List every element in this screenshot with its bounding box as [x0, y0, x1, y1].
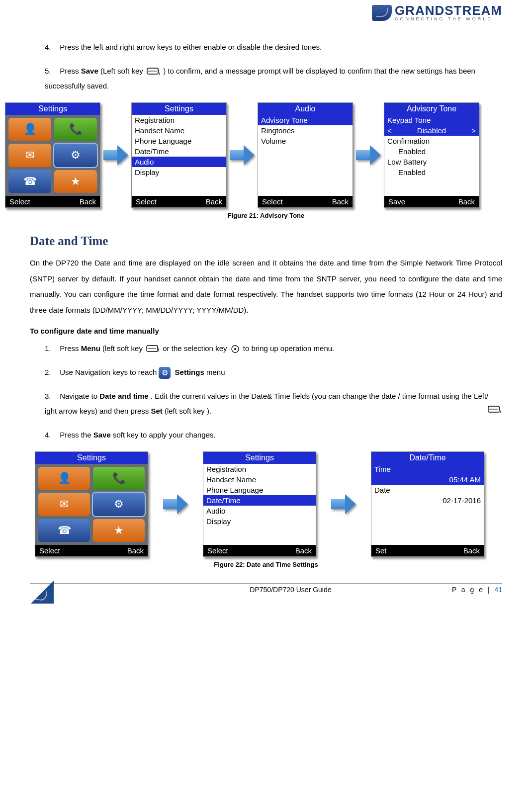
- screen-settings-grid: Settings 👤 📞 ✉ ⚙ ☎ ★ Select Back: [35, 451, 148, 557]
- step-number: 5.: [45, 64, 58, 79]
- softkey-left: Select: [39, 546, 60, 555]
- value-text: Enabled: [384, 146, 479, 157]
- section-heading: Date and Time: [30, 234, 502, 248]
- step-text: or the selection key: [163, 344, 229, 352]
- logo-main: GRANDSTREAM: [395, 4, 502, 17]
- contacts-icon: 👤: [8, 118, 51, 141]
- flow-arrow-icon: [103, 145, 128, 165]
- softkey-right: Back: [295, 546, 312, 555]
- svg-point-7: [234, 348, 236, 350]
- value-text: 02-17-2016: [371, 495, 484, 506]
- figure-caption: Figure 22: Date and Time Settings: [30, 561, 502, 568]
- screen-title: Advisory Tone: [384, 103, 479, 115]
- page-label: P a g e |: [452, 586, 495, 594]
- list-item: Handset Name: [203, 474, 316, 485]
- figure-caption: Figure 21: Advisory Tone: [30, 212, 502, 219]
- favorites-icon: ★: [93, 519, 145, 542]
- chevron-left-icon: <: [387, 126, 392, 135]
- settings-icon-grid: 👤 📞 ✉ ⚙ ☎ ★: [35, 464, 148, 545]
- figure-21-row: Settings 👤 📞 ✉ ⚙ ☎ ★ Select Back Setting…: [5, 102, 502, 208]
- dt-step-2: 2. Use Navigation keys to reach ⚙ Settin…: [45, 365, 502, 380]
- step-4: 4. Press the left and right arrow keys t…: [45, 40, 502, 55]
- value-row-selected: < Disabled >: [384, 125, 479, 136]
- screen-title: Settings: [203, 452, 316, 464]
- step-text: to bring up operation menu.: [243, 344, 334, 352]
- step-5: 5. Press Save (Left soft key ) to confir…: [45, 64, 502, 93]
- softkey-left: Select: [136, 197, 157, 206]
- body-paragraph: On the DP720 the Date and time are displ…: [30, 255, 502, 318]
- screen-settings-grid: Settings 👤 📞 ✉ ⚙ ☎ ★ Select Back: [5, 102, 100, 208]
- step-text: soft key to apply your changes.: [113, 431, 216, 439]
- list-item: Audio: [203, 506, 316, 516]
- settings-icon-grid: 👤 📞 ✉ ⚙ ☎ ★: [5, 115, 100, 196]
- list-item-selected: Date/Time: [203, 495, 316, 506]
- chevron-right-icon: >: [471, 126, 476, 135]
- sub-heading: To configure date and time manually: [30, 327, 502, 335]
- softkey-icon: [488, 406, 501, 414]
- step-text: (left soft key ).: [165, 407, 211, 415]
- corner-logo-icon: [30, 581, 54, 604]
- screen-title: Date/Time: [371, 452, 484, 464]
- softkey-left: Select: [262, 197, 283, 206]
- step-number: 4.: [45, 428, 58, 442]
- call-history-icon: 📞: [54, 118, 97, 141]
- screen-audio: Audio Advisory Tone Ringtones Volume Sel…: [258, 102, 353, 208]
- list-item: Registration: [203, 464, 316, 474]
- softkey-right: Back: [127, 546, 144, 555]
- step-text: Press the: [60, 431, 93, 439]
- softkey-right: Back: [463, 546, 480, 555]
- flow-arrow-icon: [230, 145, 255, 165]
- call-features-icon: ☎: [8, 170, 51, 193]
- page-number: P a g e | 41: [452, 586, 502, 594]
- list-item: Display: [132, 167, 226, 177]
- step-text: Press: [60, 344, 81, 352]
- step-text: Navigate to: [60, 392, 99, 400]
- voicemail-icon: ✉: [8, 144, 51, 167]
- step-bold: Save: [81, 67, 98, 75]
- list-item: Handset Name: [132, 125, 226, 136]
- list-item: Low Battery: [384, 157, 479, 167]
- list-item-selected: Audio: [132, 157, 226, 167]
- screen-date-time: Date/Time Time 05:44 AM Date 02-17-2016 …: [371, 451, 484, 557]
- list-item: Phone Language: [203, 485, 316, 495]
- screen-settings-list: Settings Registration Handset Name Phone…: [203, 451, 316, 557]
- screen-advisory-tone: Advisory Tone Keypad Tone < Disabled > C…: [384, 102, 479, 208]
- settings-gear-icon: ⚙: [93, 493, 145, 516]
- softkey-left: Set: [375, 546, 387, 555]
- step-text: Press: [60, 67, 81, 75]
- footer-guide: DP750/DP720 User Guide: [250, 586, 331, 594]
- selection-key-icon: [231, 345, 240, 353]
- brand-logo: GRANDSTREAM CONNECTING THE WORLD: [372, 4, 502, 21]
- list-item: Date: [371, 485, 484, 495]
- softkey-icon: [147, 68, 160, 76]
- dt-step-4: 4. Press the Save soft key to apply your…: [45, 428, 502, 442]
- list-item: Date/Time: [132, 146, 226, 157]
- dt-step-3: 3. Navigate to Date and time . Edit the …: [45, 389, 502, 419]
- logo-sub: CONNECTING THE WORLD: [395, 17, 502, 21]
- step-bold: Settings: [175, 368, 204, 376]
- figure-22-row: Settings 👤 📞 ✉ ⚙ ☎ ★ Select Back Setting…: [35, 451, 502, 557]
- list-item: Phone Language: [132, 136, 226, 146]
- settings-gear-icon: ⚙: [159, 367, 171, 379]
- advisory-tone-steps: 4. Press the left and right arrow keys t…: [30, 40, 502, 93]
- screen-settings-list: Settings Registration Handset Name Phone…: [131, 102, 227, 208]
- list-item-selected: Advisory Tone: [258, 115, 353, 125]
- step-bold: Menu: [81, 344, 100, 352]
- softkey-left: Select: [9, 197, 30, 206]
- page-footer: DP750/DP720 User Guide P a g e | 41: [30, 584, 502, 594]
- list-item: Volume: [258, 136, 353, 146]
- value-text: Disabled: [417, 126, 446, 135]
- value-text: 05:44 AM: [371, 474, 484, 485]
- logo-mark-icon: [372, 5, 392, 21]
- screen-title: Settings: [5, 103, 100, 115]
- softkey-right: Back: [206, 197, 222, 206]
- list-item-selected: Time: [371, 464, 484, 474]
- contacts-icon: 👤: [38, 467, 90, 490]
- softkey-left: Select: [207, 546, 228, 555]
- dt-step-1: 1. Press Menu (left soft key or the sele…: [45, 341, 502, 356]
- step-bold: Date and time: [99, 392, 148, 400]
- step-number: 2.: [45, 365, 58, 380]
- flow-arrow-icon: [331, 494, 356, 514]
- step-bold: Save: [93, 431, 111, 439]
- value-text: Enabled: [384, 167, 479, 177]
